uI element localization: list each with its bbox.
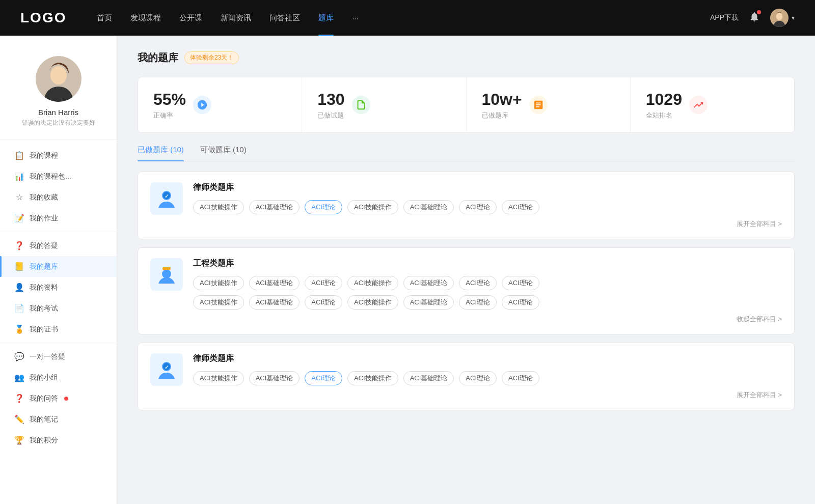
tag-0-5[interactable]: ACI理论 — [459, 200, 497, 214]
avatar — [770, 9, 789, 27]
sidebar-item-13[interactable]: 🏆我的积分 — [0, 430, 117, 451]
tag-1-8[interactable]: ACI基础理论 — [249, 295, 300, 310]
tag-2-3[interactable]: ACI技能操作 — [347, 371, 398, 385]
tag-1-0[interactable]: ACI技能操作 — [193, 276, 244, 290]
tag-1-4[interactable]: ACI基础理论 — [403, 276, 454, 290]
tag-2-1[interactable]: ACI基础理论 — [249, 371, 300, 385]
nav-item-题库[interactable]: 题库 — [318, 13, 334, 23]
stat-label-2: 已做题库 — [482, 111, 522, 120]
sidebar-item-11[interactable]: ❓我的问答 — [0, 388, 117, 409]
stat-item-2: 10w+ 已做题库 — [467, 77, 631, 132]
tag-row-1-0: ACI技能操作ACI基础理论ACI理论ACI技能操作ACI基础理论ACI理论AC… — [193, 276, 782, 290]
sidebar-item-0[interactable]: 📋我的课程 — [0, 145, 117, 166]
tag-2-4[interactable]: ACI基础理论 — [403, 371, 454, 385]
profile-name: Brian Harris — [38, 108, 78, 117]
tag-1-9[interactable]: ACI理论 — [305, 295, 342, 310]
notification-bell[interactable] — [749, 11, 760, 24]
tag-1-6[interactable]: ACI理论 — [502, 276, 539, 290]
sidebar-item-10[interactable]: 👥我的小组 — [0, 367, 117, 388]
tab-bar: 已做题库 (10)可做题库 (10) — [138, 145, 795, 161]
sidebar: Brian Harris 错误的决定比没有决定要好 📋我的课程📊我的课程包...… — [0, 36, 117, 504]
tag-2-6[interactable]: ACI理论 — [502, 371, 539, 385]
subject-body-1: 工程类题库ACI技能操作ACI基础理论ACI理论ACI技能操作ACI基础理论AC… — [193, 258, 782, 324]
subject-body-2: 律师类题库ACI技能操作ACI基础理论ACI理论ACI技能操作ACI基础理论AC… — [193, 353, 782, 400]
profile-avatar — [36, 56, 82, 102]
stat-item-0: 55% 正确率 — [138, 77, 302, 132]
sidebar-item-12[interactable]: ✏️我的笔记 — [0, 409, 117, 430]
sidebar-icon-8: 🏅 — [14, 324, 24, 334]
nav-item-新闻资讯[interactable]: 新闻资讯 — [221, 13, 251, 23]
tag-1-12[interactable]: ACI理论 — [459, 295, 497, 310]
stat-icon-1 — [352, 96, 370, 114]
tag-2-0[interactable]: ACI技能操作 — [193, 371, 244, 385]
subject-title-2: 律师类题库 — [193, 353, 782, 364]
tag-0-6[interactable]: ACI理论 — [502, 200, 539, 214]
main-content: 我的题库 体验剩余23天！ 55% 正确率 130 已做试题 10w+ 已做题库… — [117, 36, 815, 504]
navbar-right: APP下载 ▾ — [710, 9, 795, 27]
sidebar-icon-13: 🏆 — [14, 435, 24, 445]
tag-1-11[interactable]: ACI基础理论 — [403, 295, 454, 310]
sidebar-item-4[interactable]: ❓我的答疑 — [0, 235, 117, 256]
tab-1[interactable]: 可做题库 (10) — [200, 145, 247, 161]
sidebar-icon-0: 📋 — [14, 151, 24, 160]
sidebar-menu: 📋我的课程📊我的课程包...☆我的收藏📝我的作业❓我的答疑📒我的题库👤我的资料📄… — [0, 145, 117, 451]
nav-item-···[interactable]: ··· — [352, 14, 359, 22]
sidebar-item-3[interactable]: 📝我的作业 — [0, 208, 117, 229]
sidebar-icon-3: 📝 — [14, 213, 24, 223]
tag-1-13[interactable]: ACI理论 — [502, 295, 539, 310]
stat-text-0: 55% 正确率 — [153, 90, 186, 120]
tag-1-10[interactable]: ACI技能操作 — [347, 295, 398, 310]
tag-1-1[interactable]: ACI基础理论 — [249, 276, 300, 290]
nav-menu: 首页发现课程公开课新闻资讯问答社区题库··· — [97, 13, 710, 23]
stat-label-3: 全站排名 — [646, 111, 682, 120]
stat-text-2: 10w+ 已做题库 — [482, 90, 522, 120]
expand-link-1[interactable]: 收起全部科目 > — [193, 315, 782, 324]
expand-link-2[interactable]: 展开全部科目 > — [193, 390, 782, 400]
sidebar-divider2 — [0, 343, 117, 343]
tag-1-5[interactable]: ACI理论 — [459, 276, 497, 290]
subject-icon-1 — [150, 258, 183, 291]
sidebar-item-8[interactable]: 🏅我的证书 — [0, 319, 117, 340]
subject-title-0: 律师类题库 — [193, 182, 782, 193]
subject-icon-2: ✓ — [150, 353, 183, 386]
user-avatar-menu[interactable]: ▾ — [770, 9, 795, 27]
main-layout: Brian Harris 错误的决定比没有决定要好 📋我的课程📊我的课程包...… — [0, 36, 815, 504]
tag-row-1-7: ACI技能操作ACI基础理论ACI理论ACI技能操作ACI基础理论ACI理论AC… — [193, 295, 782, 310]
sidebar-label-5: 我的题库 — [30, 262, 58, 271]
tag-0-4[interactable]: ACI基础理论 — [403, 200, 454, 214]
tag-0-2[interactable]: ACI理论 — [305, 200, 342, 214]
app-download-link[interactable]: APP下载 — [710, 13, 739, 22]
nav-item-问答社区[interactable]: 问答社区 — [269, 13, 300, 23]
stat-icon-2 — [529, 96, 548, 114]
chevron-down-icon: ▾ — [792, 14, 795, 21]
tag-2-2[interactable]: ACI理论 — [305, 371, 342, 385]
tab-0[interactable]: 已做题库 (10) — [138, 145, 184, 161]
sidebar-item-2[interactable]: ☆我的收藏 — [0, 187, 117, 208]
tag-2-5[interactable]: ACI理论 — [459, 371, 497, 385]
nav-item-公开课[interactable]: 公开课 — [179, 13, 202, 23]
sidebar-item-5[interactable]: 📒我的题库 — [0, 256, 117, 277]
subject-card-0: ✓ 律师类题库ACI技能操作ACI基础理论ACI理论ACI技能操作ACI基础理论… — [138, 172, 795, 239]
tag-0-0[interactable]: ACI技能操作 — [193, 200, 244, 214]
sidebar-icon-4: ❓ — [14, 241, 24, 250]
profile-motto: 错误的决定比没有决定要好 — [22, 119, 95, 127]
expand-link-0[interactable]: 展开全部科目 > — [193, 219, 782, 229]
tag-0-3[interactable]: ACI技能操作 — [347, 200, 398, 214]
sidebar-item-7[interactable]: 📄我的考试 — [0, 298, 117, 319]
stat-value-0: 55% — [153, 90, 186, 109]
sidebar-label-10: 我的小组 — [30, 373, 58, 382]
subject-title-1: 工程类题库 — [193, 258, 782, 269]
sidebar-item-9[interactable]: 💬一对一答疑 — [0, 346, 117, 367]
svg-text:✓: ✓ — [165, 365, 169, 370]
tag-1-3[interactable]: ACI技能操作 — [347, 276, 398, 290]
svg-point-3 — [50, 66, 67, 85]
tag-1-2[interactable]: ACI理论 — [305, 276, 342, 290]
tag-0-1[interactable]: ACI基础理论 — [249, 200, 300, 214]
nav-item-首页[interactable]: 首页 — [97, 13, 112, 23]
nav-item-发现课程[interactable]: 发现课程 — [130, 13, 161, 23]
page-title: 我的题库 — [138, 51, 178, 65]
sidebar-item-6[interactable]: 👤我的资料 — [0, 277, 117, 298]
sidebar-item-1[interactable]: 📊我的课程包... — [0, 166, 117, 187]
sidebar-icon-7: 📄 — [14, 303, 24, 313]
tag-1-7[interactable]: ACI技能操作 — [193, 295, 244, 310]
